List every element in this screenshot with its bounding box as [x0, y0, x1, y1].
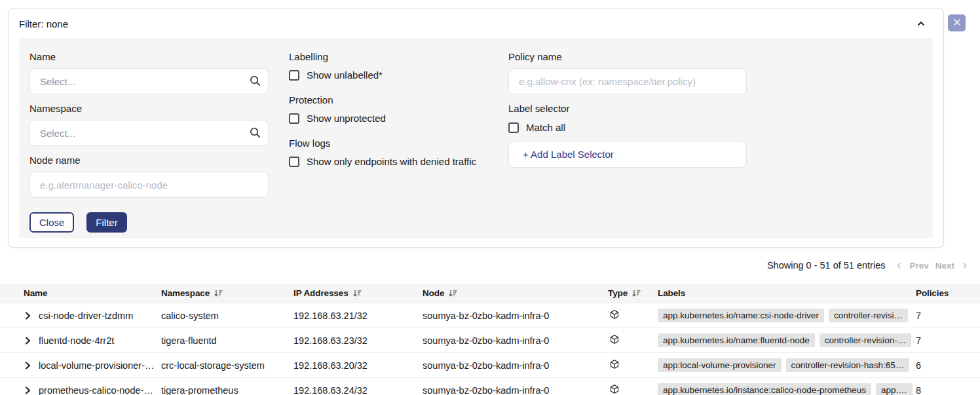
filter-checkbox[interactable]: [289, 113, 299, 124]
pod-cube-icon: [609, 336, 620, 347]
next-page-link[interactable]: Next: [935, 261, 954, 271]
label-tag: app.…: [876, 383, 913, 395]
ip-cell: 192.168.63.23/32: [293, 335, 423, 346]
policy-name-field: [508, 68, 747, 94]
prev-page-link[interactable]: Prev: [909, 261, 928, 271]
node-name-input[interactable]: [29, 172, 269, 198]
column-header[interactable]: Labels: [658, 288, 916, 298]
policy-name-field-label: Policy name: [508, 51, 747, 62]
label-tag: controller-revision-…: [820, 333, 912, 347]
endpoints-table: Name Namespace IP Addresses Node Type La…: [0, 284, 980, 395]
column-header[interactable]: Policies: [916, 288, 980, 298]
label-tag: app.kubernetes.io/name:fluentd-node: [658, 333, 815, 347]
checkbox-row: Show unprotected: [289, 113, 487, 124]
column-header-label: IP Addresses: [293, 288, 349, 298]
column-header-label: Type: [608, 288, 628, 298]
node-cell: soumya-bz-0zbo-kadm-infra-0: [423, 360, 608, 371]
endpoint-name: csi-node-driver-tzdmm: [39, 310, 133, 321]
search-icon: [249, 126, 261, 139]
checkbox-label: Show unprotected: [307, 113, 386, 124]
type-cell: [608, 359, 658, 371]
table-body: csi-node-driver-tzdmm calico-system 192.…: [0, 303, 980, 395]
name-select-input[interactable]: [29, 68, 269, 94]
chevron-right-icon[interactable]: [961, 262, 968, 269]
checkbox-group-heading: Flow logs: [289, 138, 487, 149]
column-header-label: Node: [423, 288, 444, 298]
checkbox-label: Show only endpoints with denied traffic: [307, 156, 476, 167]
node-name-field: [29, 172, 269, 198]
type-cell: [608, 384, 658, 395]
column-header[interactable]: Node: [423, 288, 608, 298]
filter-actions: Close Filter: [29, 212, 269, 233]
sort-icon[interactable]: [449, 290, 457, 297]
chevron-left-icon[interactable]: [895, 262, 903, 269]
namespace-field: [29, 120, 269, 146]
ip-cell: 192.168.63.20/32: [293, 360, 423, 371]
column-header[interactable]: Namespace: [161, 288, 293, 298]
label-selector-heading: Label selector: [508, 103, 747, 114]
filter-card-header: Filter: none: [9, 9, 943, 38]
match-all-label: Match all: [526, 122, 565, 133]
policies-cell: 7: [916, 310, 980, 321]
filter-button[interactable]: Filter: [86, 212, 126, 233]
dismiss-filter-button[interactable]: [948, 14, 966, 31]
column-header[interactable]: Type: [608, 288, 658, 298]
policies-cell: 6: [916, 360, 980, 371]
filter-checkbox[interactable]: [289, 157, 299, 167]
name-cell: csi-node-driver-tzdmm: [0, 310, 161, 321]
column-header-label: Policies: [916, 288, 949, 298]
label-tag: controller-revision-hash:65…: [786, 358, 910, 372]
sort-icon[interactable]: [632, 290, 641, 297]
name-cell: fluentd-node-4rr2t: [0, 335, 161, 346]
expand-row-chevron-icon[interactable]: [24, 312, 31, 320]
filter-column-left: Name Namespace Node name Close Filt: [29, 51, 269, 225]
type-cell: [608, 334, 658, 347]
policies-cell: 8: [916, 385, 980, 395]
policies-cell: 7: [916, 335, 980, 346]
column-header: Name: [0, 288, 161, 298]
match-all-row: Match all: [508, 122, 747, 133]
pod-cube-icon: [609, 361, 620, 371]
expand-row-chevron-icon[interactable]: [24, 362, 31, 369]
checkbox-group-heading: Labelling: [289, 51, 487, 62]
table-row: fluentd-node-4rr2t tigera-fluentd 192.16…: [0, 328, 980, 353]
match-all-checkbox[interactable]: [508, 122, 519, 133]
filter-card: Filter: none Name Namespace: [8, 8, 944, 248]
table-row: local-volume-provisioner-… crc-local-sto…: [0, 353, 980, 378]
expand-row-chevron-icon[interactable]: [24, 337, 31, 345]
namespace-field-label: Namespace: [29, 103, 269, 114]
table-header-row: Name Namespace IP Addresses Node Type La…: [0, 284, 980, 303]
table-row: prometheus-calico-node-… tigera-promethe…: [0, 378, 980, 395]
node-cell: soumya-bz-0zbo-kadm-infra-0: [423, 385, 608, 395]
close-icon: [953, 18, 961, 28]
add-label-selector-button[interactable]: + Add Label Selector: [508, 141, 747, 168]
filter-checkbox[interactable]: [289, 70, 299, 81]
ip-cell: 192.168.63.21/32: [293, 310, 423, 321]
label-tag: controller-revisi…: [829, 309, 908, 322]
policy-name-input[interactable]: [508, 68, 747, 94]
labels-cell: app:local-volume-provisionercontroller-r…: [658, 358, 916, 372]
filter-form-panel: Name Namespace Node name Close Filt: [19, 38, 933, 238]
label-tag: app:local-volume-provisioner: [658, 358, 782, 372]
collapse-panel-button[interactable]: [914, 17, 928, 30]
entries-summary: Showing 0 - 51 of 51 entries: [767, 260, 886, 271]
sort-icon[interactable]: [353, 290, 362, 297]
column-header[interactable]: IP Addresses: [293, 288, 423, 298]
checkbox-group-heading: Protection: [289, 94, 487, 105]
labels-cell: app.kubernetes.io/name:fluentd-nodecontr…: [658, 333, 916, 347]
column-header-label: Labels: [658, 288, 685, 298]
namespace-select-input[interactable]: [29, 120, 269, 146]
labels-cell: app.kubernetes.io/instance:calico-node-p…: [658, 383, 916, 395]
expand-row-chevron-icon[interactable]: [24, 386, 31, 394]
sort-icon[interactable]: [214, 290, 223, 297]
name-cell: local-volume-provisioner-…: [0, 360, 161, 371]
name-field: [29, 68, 269, 94]
namespace-cell: calico-system: [161, 310, 293, 321]
labels-cell: app.kubernetes.io/name:csi-node-driverco…: [658, 309, 916, 322]
checkbox-group: Labelling Show unlabelled*: [289, 51, 487, 81]
filter-title: Filter: none: [19, 18, 68, 29]
close-button[interactable]: Close: [29, 212, 74, 233]
endpoint-name: prometheus-calico-node-…: [39, 385, 153, 395]
type-cell: [608, 309, 658, 322]
pagination: Showing 0 - 51 of 51 entries Prev Next: [767, 260, 968, 271]
